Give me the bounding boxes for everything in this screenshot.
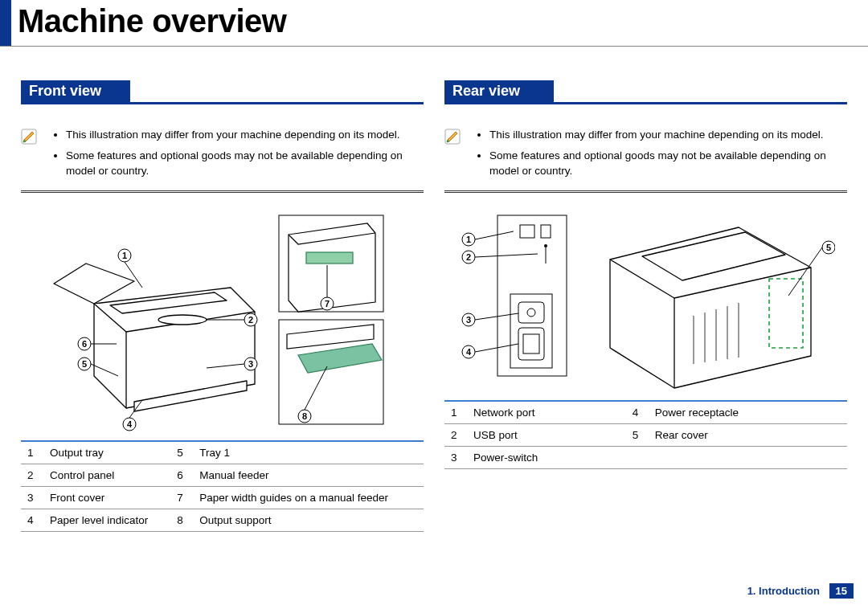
front-note-2: Some features and optional goods may not… [66, 148, 424, 179]
svg-rect-32 [541, 225, 551, 238]
front-view-illustration: 1 2 3 4 5 6 [21, 193, 424, 440]
note-icon [21, 129, 37, 145]
svg-text:4: 4 [465, 347, 471, 357]
svg-text:3: 3 [465, 315, 470, 325]
page-number: 15 [829, 583, 854, 599]
rear-view-notes: This illustration may differ from your m… [444, 127, 847, 184]
front-view-column: Front view This illustration may differ … [21, 80, 424, 532]
svg-text:5: 5 [81, 359, 86, 369]
svg-text:2: 2 [465, 252, 470, 262]
rear-view-heading-text: Rear view [452, 83, 520, 100]
svg-text:4: 4 [126, 419, 132, 429]
table-row: 2USB port5Rear cover [444, 423, 847, 446]
svg-text:6: 6 [81, 339, 86, 349]
table-row: 3Power-switch [444, 446, 847, 468]
front-view-heading-text: Front view [29, 83, 101, 100]
table-row: 3Front cover7Paper width guides on a man… [21, 486, 424, 509]
svg-text:7: 7 [324, 299, 329, 309]
rear-note-1: This illustration may differ from your m… [489, 127, 847, 143]
rear-view-parts-table: 1Network port4Power receptacle 2USB port… [444, 400, 847, 469]
front-view-notes: This illustration may differ from your m… [21, 127, 424, 184]
svg-text:8: 8 [301, 411, 306, 421]
table-row: 2Control panel6Manual feeder [21, 464, 424, 486]
svg-text:1: 1 [465, 235, 470, 244]
rear-view-heading: Rear view [444, 80, 847, 104]
front-note-1: This illustration may differ from your m… [66, 127, 424, 143]
svg-text:3: 3 [248, 359, 252, 369]
page-title-bar: Machine overview [0, 0, 868, 47]
front-view-parts-table: 1Output tray5Tray 1 2Control panel6Manua… [21, 440, 424, 532]
svg-text:5: 5 [825, 243, 830, 252]
svg-text:1: 1 [121, 251, 126, 260]
svg-point-33 [544, 244, 547, 247]
table-row: 1Output tray5Tray 1 [21, 441, 424, 464]
page-footer: 1. Introduction 15 [747, 583, 854, 599]
front-view-heading: Front view [21, 80, 424, 104]
rear-view-illustration: 1 2 3 4 [444, 193, 847, 400]
svg-rect-21 [306, 252, 353, 264]
svg-rect-31 [520, 225, 534, 238]
page-title: Machine overview [18, 3, 286, 39]
title-underline [0, 46, 868, 47]
svg-text:2: 2 [248, 315, 252, 325]
note-icon [444, 129, 461, 145]
svg-point-1 [158, 315, 207, 325]
rear-view-column: Rear view This illustration may differ f… [444, 80, 847, 532]
table-row: 1Network port4Power receptacle [444, 401, 847, 424]
svg-rect-38 [523, 334, 539, 353]
rear-note-2: Some features and optional goods may not… [489, 148, 847, 179]
chapter-label: 1. Introduction [747, 585, 820, 597]
svg-point-36 [527, 309, 535, 317]
table-row: 4Paper level indicator8Output support [21, 509, 424, 531]
